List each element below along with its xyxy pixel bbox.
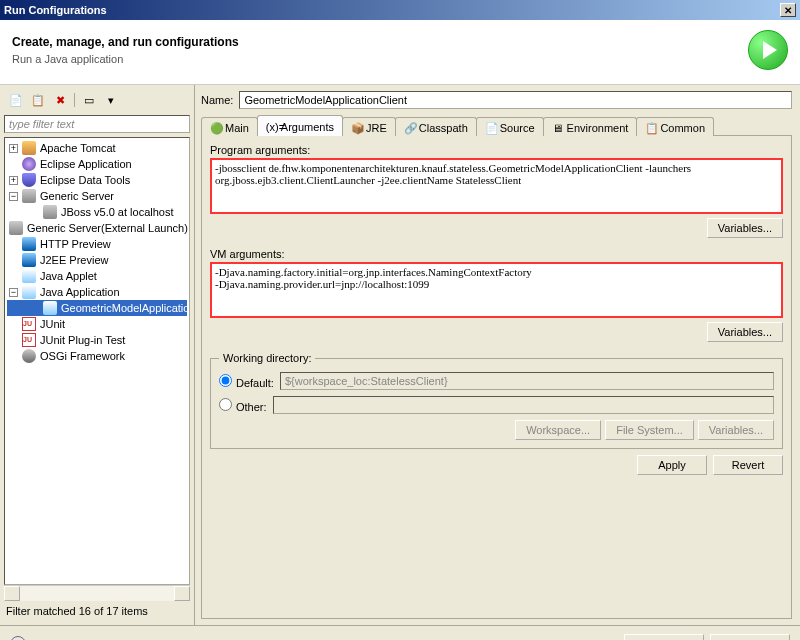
- osgi-icon: [22, 349, 36, 363]
- jre-icon: 📦: [351, 122, 363, 134]
- j2ee-icon: [22, 253, 36, 267]
- tree-label: Apache Tomcat: [40, 142, 116, 154]
- tree-item[interactable]: Generic Server(External Launch): [7, 220, 187, 236]
- java-icon: [43, 301, 57, 315]
- default-radio[interactable]: [219, 374, 232, 387]
- server-icon: [43, 205, 57, 219]
- filter-status: Filter matched 16 of 17 items: [4, 601, 190, 621]
- header-subtitle: Run a Java application: [12, 53, 748, 65]
- run-button[interactable]: Run: [624, 634, 704, 640]
- tab-label: Classpath: [419, 122, 468, 134]
- tree-label: Generic Server(External Launch): [27, 222, 188, 234]
- dialog-header: Create, manage, and run configurations R…: [0, 20, 800, 85]
- other-radio-label[interactable]: Other:: [219, 398, 267, 413]
- args-icon: (x)=: [266, 121, 278, 133]
- apply-button[interactable]: Apply: [637, 455, 707, 475]
- tree-item[interactable]: −Java Application: [7, 284, 187, 300]
- tree-item[interactable]: JBoss v5.0 at localhost: [7, 204, 187, 220]
- revert-button[interactable]: Revert: [713, 455, 783, 475]
- vm-variables-button[interactable]: Variables...: [707, 322, 783, 342]
- tab-label: Arguments: [281, 121, 334, 133]
- tomcat-icon: [22, 141, 36, 155]
- left-panel: 📄 📋 ✖ ▭ ▾ +Apache TomcatEclipse Applicat…: [0, 85, 195, 625]
- tree-item[interactable]: −Generic Server: [7, 188, 187, 204]
- java-icon: [22, 285, 36, 299]
- program-args-label: Program arguments:: [210, 144, 783, 156]
- tree-item[interactable]: JUnit Plug-in Test: [7, 332, 187, 348]
- junit-icon: [22, 333, 36, 347]
- tree-label: HTTP Preview: [40, 238, 111, 250]
- tree-label: JUnit Plug-in Test: [40, 334, 125, 346]
- other-dir-input: [273, 396, 774, 414]
- tab-common[interactable]: 📋Common: [636, 117, 714, 136]
- window-title: Run Configurations: [4, 4, 780, 16]
- tree-label: Eclipse Data Tools: [40, 174, 130, 186]
- tree-item[interactable]: GeometricModelApplicationClient: [7, 300, 187, 316]
- default-radio-label[interactable]: Default:: [219, 374, 274, 389]
- classpath-icon: 🔗: [404, 122, 416, 134]
- run-icon: [748, 30, 788, 70]
- source-icon: 📄: [485, 122, 497, 134]
- filter-input[interactable]: [4, 115, 190, 133]
- tab-jre[interactable]: 📦JRE: [342, 117, 396, 136]
- filesystem-button[interactable]: File System...: [605, 420, 694, 440]
- tab-environment[interactable]: 🖥Environment: [543, 117, 638, 136]
- default-dir-input: [280, 372, 774, 390]
- new-config-button[interactable]: 📄: [6, 91, 26, 109]
- duplicate-button[interactable]: 📋: [28, 91, 48, 109]
- tree-item[interactable]: Java Applet: [7, 268, 187, 284]
- dialog-footer: ? Run Close: [0, 625, 800, 640]
- other-radio[interactable]: [219, 398, 232, 411]
- tab-label: JRE: [366, 122, 387, 134]
- tab-bar: 🟢Main(x)=Arguments📦JRE🔗Classpath📄Source🖥…: [201, 115, 792, 136]
- wd-variables-button[interactable]: Variables...: [698, 420, 774, 440]
- titlebar: Run Configurations ✕: [0, 0, 800, 20]
- tree-item[interactable]: HTTP Preview: [7, 236, 187, 252]
- filter-button[interactable]: ▾: [101, 91, 121, 109]
- config-tree[interactable]: +Apache TomcatEclipse Application+Eclips…: [4, 137, 190, 585]
- delete-button[interactable]: ✖: [50, 91, 70, 109]
- green-circle-icon: 🟢: [210, 122, 222, 134]
- tree-label: OSGi Framework: [40, 350, 125, 362]
- tree-item[interactable]: Eclipse Application: [7, 156, 187, 172]
- vm-args-textarea[interactable]: -Djava.naming.factory.initial=org.jnp.in…: [210, 262, 783, 318]
- tree-item[interactable]: J2EE Preview: [7, 252, 187, 268]
- junit-icon: [22, 317, 36, 331]
- working-dir-fieldset: Working directory: Default: Other: Works…: [210, 352, 783, 449]
- tree-item[interactable]: JUnit: [7, 316, 187, 332]
- java-icon: [22, 269, 36, 283]
- db-icon: [22, 173, 36, 187]
- tree-item[interactable]: OSGi Framework: [7, 348, 187, 364]
- left-toolbar: 📄 📋 ✖ ▭ ▾: [4, 89, 190, 111]
- tab-label: Common: [660, 122, 705, 134]
- tab-arguments[interactable]: (x)=Arguments: [257, 115, 343, 136]
- help-icon[interactable]: ?: [10, 636, 26, 640]
- tree-label: J2EE Preview: [40, 254, 108, 266]
- workspace-button[interactable]: Workspace...: [515, 420, 601, 440]
- scrollbar-horizontal[interactable]: [4, 585, 190, 601]
- tree-label: JBoss v5.0 at localhost: [61, 206, 174, 218]
- name-input[interactable]: [239, 91, 792, 109]
- header-title: Create, manage, and run configurations: [12, 35, 748, 49]
- program-args-textarea[interactable]: -jbossclient de.fhw.komponentenarchitekt…: [210, 158, 783, 214]
- program-variables-button[interactable]: Variables...: [707, 218, 783, 238]
- tree-label: Generic Server: [40, 190, 114, 202]
- tree-item[interactable]: +Apache Tomcat: [7, 140, 187, 156]
- tree-item[interactable]: +Eclipse Data Tools: [7, 172, 187, 188]
- close-icon[interactable]: ✕: [780, 3, 796, 17]
- tree-label: JUnit: [40, 318, 65, 330]
- tree-label: GeometricModelApplicationClient: [61, 302, 190, 314]
- env-icon: 🖥: [552, 122, 564, 134]
- vm-args-label: VM arguments:: [210, 248, 783, 260]
- working-dir-legend: Working directory:: [219, 352, 315, 364]
- tab-source[interactable]: 📄Source: [476, 117, 544, 136]
- tree-label: Eclipse Application: [40, 158, 132, 170]
- tab-classpath[interactable]: 🔗Classpath: [395, 117, 477, 136]
- j2ee-icon: [22, 237, 36, 251]
- server-icon: [22, 189, 36, 203]
- collapse-button[interactable]: ▭: [79, 91, 99, 109]
- tab-main[interactable]: 🟢Main: [201, 117, 258, 136]
- close-button[interactable]: Close: [710, 634, 790, 640]
- right-panel: Name: 🟢Main(x)=Arguments📦JRE🔗Classpath📄S…: [195, 85, 800, 625]
- tab-label: Source: [500, 122, 535, 134]
